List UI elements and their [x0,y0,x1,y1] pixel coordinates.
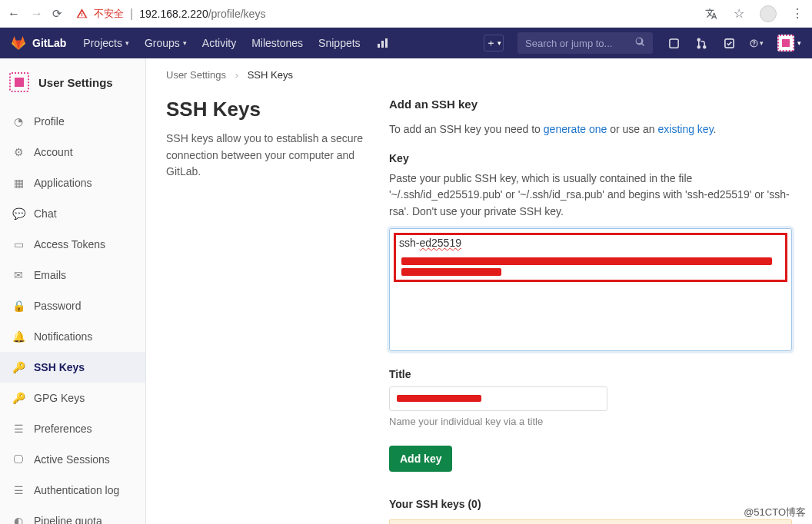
browser-toolbar: ← → ⟳ 不安全 | 192.168.2.220/profile/keys ☆… [0,0,812,28]
address-separator: | [130,7,133,21]
main-content: User Settings › SSH Keys SSH Keys SSH ke… [146,58,812,524]
your-keys-heading: Your SSH keys (0) [389,498,792,510]
key-help-text: Paste your public SSH key, which is usua… [389,171,792,221]
sidebar-item-password[interactable]: 🔒Password [0,290,145,321]
translate-icon[interactable] [704,7,718,21]
browser-forward-button[interactable]: → [31,7,43,21]
gitlab-brand-text: GitLab [32,37,66,49]
nav-groups[interactable]: Groups▾ [145,37,187,49]
nav-analytics-icon[interactable] [376,37,388,49]
sidebar-item-preferences[interactable]: ☰Preferences [0,413,145,444]
sidebar-item-notifications[interactable]: 🔔Notifications [0,321,145,352]
sidebar-item-access-tokens[interactable]: ▭Access Tokens [0,229,145,260]
gear-icon: ⚙ [12,146,25,158]
title-hint: Name your individual key via a title [389,416,792,427]
sidebar-item-gpg-keys[interactable]: 🔑GPG Keys [0,383,145,413]
add-key-button[interactable]: Add key [389,446,452,472]
url-text: 192.168.2.220/profile/keys [139,8,265,20]
sidebar-list: ◔Profile ⚙Account ▦Applications 💬Chat ▭A… [0,106,145,524]
chevron-right-icon: › [235,69,238,81]
mail-icon: ✉ [12,269,25,281]
annotation-redaction [401,268,501,276]
monitor-icon: 🖵 [12,453,25,466]
chevron-down-icon: ▾ [498,39,501,47]
svg-point-9 [754,45,754,45]
user-avatar-icon [777,35,794,51]
key-icon: 🔑 [12,392,25,404]
chevron-down-icon: ▾ [183,39,187,47]
add-key-intro: To add an SSH key you need to generate o… [389,121,792,138]
svg-rect-2 [385,38,388,48]
sidebar-header[interactable]: User Settings [0,58,145,106]
nav-snippets[interactable]: Snippets [318,37,360,49]
sidebar-title: User Settings [38,76,113,89]
plus-icon: ＋ [486,36,496,50]
svg-point-6 [703,45,705,48]
sidebar-item-active-sessions[interactable]: 🖵Active Sessions [0,444,145,475]
token-icon: ▭ [12,238,25,250]
merge-requests-icon[interactable] [694,36,708,50]
address-bar[interactable]: 不安全 | 192.168.2.220/profile/keys [76,7,265,21]
add-key-heading: Add an SSH key [389,98,792,111]
help-icon[interactable]: ▾ [750,36,764,50]
chrome-profile-avatar[interactable] [760,5,777,22]
chevron-down-icon: ▾ [797,39,801,47]
sidebar-item-account[interactable]: ⚙Account [0,137,145,167]
sidebar-item-emails[interactable]: ✉Emails [0,260,145,290]
annotation-redaction [397,395,481,402]
svg-rect-1 [381,41,384,48]
nav-projects[interactable]: Projects▾ [83,37,129,49]
sidebar-item-chat[interactable]: 💬Chat [0,198,145,229]
gitlab-top-nav: GitLab Projects▾ Groups▾ Activity Milest… [0,28,812,58]
global-search-input[interactable]: Search or jump to... [517,32,653,54]
person-icon: ◔ [12,115,25,128]
existing-key-link[interactable]: existing key [658,123,714,135]
bookmark-star-icon[interactable]: ☆ [732,7,746,21]
gitlab-logo[interactable]: GitLab [11,35,66,51]
key-icon: 🔑 [12,361,25,373]
key-label: Key [389,152,792,164]
meter-icon: ◐ [12,515,25,524]
nav-milestones[interactable]: Milestones [251,37,303,49]
new-dropdown-button[interactable]: ＋▾ [484,35,504,51]
watermark-text: @51CTO博客 [744,506,806,519]
lock-icon: 🔒 [12,300,25,312]
insecure-warning-icon [76,8,88,19]
breadcrumb-root[interactable]: User Settings [166,69,226,81]
svg-rect-0 [378,44,380,48]
sidebar: User Settings ◔Profile ⚙Account ▦Applica… [0,58,146,524]
browser-reload-button[interactable]: ⟳ [52,7,62,21]
sidebar-item-ssh-keys[interactable]: 🔑SSH Keys [0,352,145,383]
chrome-menu-icon[interactable]: ⋮ [790,7,804,21]
search-icon [635,37,645,49]
chat-icon: 💬 [12,207,25,220]
sidebar-item-profile[interactable]: ◔Profile [0,106,145,137]
todos-icon[interactable] [722,36,736,50]
title-label: Title [389,368,792,380]
sidebar-item-applications[interactable]: ▦Applications [0,167,145,198]
chevron-down-icon: ▾ [125,39,129,47]
generate-one-link[interactable]: generate one [544,123,607,135]
page-description: SSH keys allow you to establish a secure… [166,131,371,181]
sliders-icon: ☰ [12,423,25,435]
bell-icon: 🔔 [12,330,25,343]
chevron-down-icon: ▾ [760,39,764,47]
svg-rect-3 [669,38,677,47]
issues-icon[interactable] [667,36,681,50]
annotation-redaction [401,257,772,265]
page-title: SSH Keys [166,98,371,121]
sidebar-item-pipeline-quota[interactable]: ◐Pipeline quota [0,506,145,524]
insecure-label: 不安全 [94,7,124,21]
svg-point-5 [697,45,700,48]
user-settings-icon [9,72,29,92]
ssh-key-textarea[interactable]: ssh-ed25519 [389,228,792,351]
browser-back-button[interactable]: ← [8,7,20,21]
breadcrumb-current: SSH Keys [248,69,293,81]
sidebar-item-authentication-log[interactable]: ☰Authentication log [0,475,145,506]
user-menu[interactable]: ▾ [777,35,801,51]
nav-activity[interactable]: Activity [202,37,236,49]
no-keys-banner: There are no SSH keys with access to you… [389,519,792,524]
list-icon: ☰ [12,484,25,496]
search-placeholder: Search or jump to... [525,38,612,49]
apps-icon: ▦ [12,177,25,189]
